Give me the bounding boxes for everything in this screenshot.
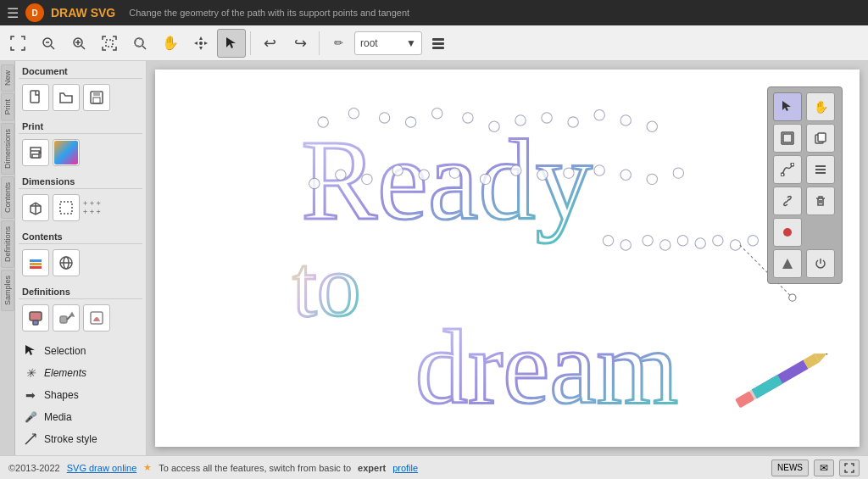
svg-rect-18: [432, 42, 444, 45]
tab-print[interactable]: Print: [1, 93, 14, 121]
svg-point-80: [643, 236, 653, 246]
svg-rect-96: [818, 133, 826, 142]
pencil-decoration: [724, 354, 834, 421]
tab-new[interactable]: New: [1, 64, 14, 92]
svg-marker-16: [226, 37, 236, 48]
tab-dimensions[interactable]: Dimensions: [1, 123, 14, 175]
fp-triangle-button[interactable]: [773, 249, 802, 278]
fp-dot-button[interactable]: [773, 218, 802, 247]
svg-draw-link[interactable]: SVG draw online: [67, 463, 137, 473]
save-file-button[interactable]: [83, 84, 110, 111]
svg-rect-31: [30, 263, 42, 265]
zoom-in-button[interactable]: [64, 29, 93, 58]
selection-tool[interactable]: Selection: [15, 340, 146, 362]
svg-point-73: [564, 168, 574, 178]
elements-label: Elements: [44, 367, 86, 379]
svg-rect-101: [815, 172, 826, 174]
def-marker[interactable]: [53, 304, 80, 331]
svg-point-26: [39, 152, 41, 153]
print-preview-button[interactable]: [53, 139, 80, 166]
svg-point-97: [781, 173, 784, 176]
layers-button[interactable]: [424, 29, 453, 58]
floating-palette: ✋: [767, 86, 843, 284]
access-text: To access all the features, switch from …: [159, 463, 351, 473]
tab-samples[interactable]: Samples: [1, 270, 14, 311]
svg-point-66: [362, 174, 372, 184]
expert-label: expert: [358, 463, 386, 473]
stroke-style-label: Stroke style: [44, 433, 97, 445]
shapes-tool[interactable]: ➡ Shapes: [15, 384, 146, 406]
expand-button[interactable]: [839, 460, 860, 476]
fp-grab-button[interactable]: ✋: [806, 92, 835, 121]
svg-rect-22: [93, 92, 100, 96]
svg-marker-11: [199, 36, 203, 40]
svg-point-85: [730, 240, 740, 250]
print-button[interactable]: [22, 139, 49, 166]
fp-node-button[interactable]: [773, 155, 802, 184]
zoom-out-button[interactable]: [34, 29, 63, 58]
svg-point-63: [647, 121, 657, 131]
dimensions-title: Dimensions: [19, 175, 142, 189]
bottom-bar: ©2013-2022 SVG draw online ★ To access a…: [0, 455, 868, 479]
select-button[interactable]: [217, 29, 246, 58]
fp-link-button[interactable]: [773, 187, 802, 215]
svg-point-53: [379, 113, 389, 123]
selection-label: Selection: [44, 345, 86, 357]
media-tool[interactable]: 🎤 Media: [15, 406, 146, 428]
contents-title: Contents: [19, 230, 142, 244]
pan-button[interactable]: ✋: [156, 29, 185, 58]
tab-contents[interactable]: Contents: [1, 176, 14, 219]
stroke-style-tool[interactable]: Stroke style: [15, 428, 146, 450]
document-icons: [19, 82, 142, 113]
svg-text:to: to: [292, 237, 360, 334]
edit-xml-button[interactable]: ✏: [324, 29, 353, 58]
svg-point-105: [783, 228, 792, 237]
svg-point-84: [713, 236, 723, 246]
news-button[interactable]: NEWS: [771, 460, 809, 476]
svg-rect-10: [136, 39, 142, 46]
new-file-button[interactable]: [22, 84, 49, 111]
fp-select-button[interactable]: [773, 92, 802, 121]
fit-page-button[interactable]: [3, 29, 32, 58]
contents-section: Contents: [15, 226, 146, 281]
zoom-box-button[interactable]: [125, 29, 154, 58]
redo-button[interactable]: ↪: [286, 29, 314, 58]
svg-point-60: [568, 117, 578, 127]
fp-expand-button[interactable]: [773, 124, 802, 153]
fp-copy-button[interactable]: [806, 124, 835, 153]
svg-marker-106: [782, 259, 793, 269]
dimensions-dashed[interactable]: [53, 194, 80, 221]
tab-definitions[interactable]: Definitions: [1, 220, 14, 268]
profile-link[interactable]: profile: [392, 463, 418, 473]
svg-point-72: [537, 170, 548, 180]
main-area: New Print Dimensions Contents Definition…: [0, 61, 868, 455]
svg-rect-23: [93, 97, 100, 103]
svg-rect-29: [60, 202, 72, 214]
svg-point-76: [647, 174, 657, 184]
dimensions-3d[interactable]: [22, 194, 49, 221]
fp-power-button[interactable]: [806, 249, 835, 278]
elements-tool[interactable]: ✳ Elements: [15, 362, 146, 384]
definitions-title: Definitions: [19, 285, 142, 299]
fp-delete-button[interactable]: [806, 187, 835, 215]
open-file-button[interactable]: [53, 84, 80, 111]
def-brush[interactable]: [22, 304, 49, 331]
canvas-area[interactable]: Ready to dream: [147, 61, 868, 455]
media-label: Media: [44, 411, 72, 423]
undo-button[interactable]: ↩: [255, 29, 284, 58]
svg-point-83: [695, 238, 705, 248]
layer-dropdown[interactable]: root ▼: [354, 31, 422, 55]
svg-line-2: [51, 46, 54, 49]
fp-list-button[interactable]: [806, 155, 835, 184]
contents-globe[interactable]: [53, 249, 80, 276]
move-button[interactable]: [186, 29, 215, 58]
fit-selection-button[interactable]: [95, 29, 124, 58]
svg-marker-13: [194, 42, 198, 45]
svg-rect-17: [432, 38, 444, 41]
svg-point-15: [199, 42, 203, 45]
hamburger-menu[interactable]: ☰: [7, 5, 19, 21]
def-paint[interactable]: [83, 304, 110, 331]
mail-button[interactable]: ✉: [814, 460, 834, 476]
main-toolbar: ✋ ↩ ↪ ✏ root ▼: [0, 25, 868, 61]
contents-layers[interactable]: [22, 249, 49, 276]
